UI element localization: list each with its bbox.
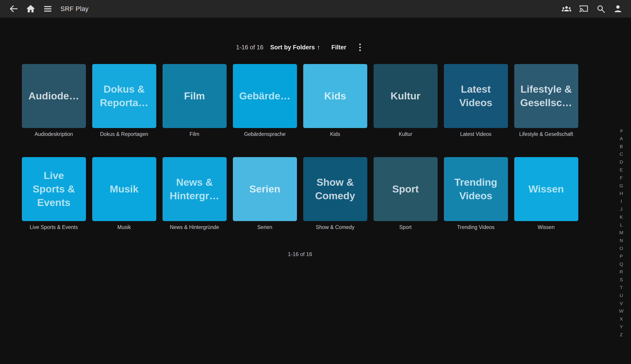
folder-name-label[interactable]: Kids	[303, 131, 367, 137]
search-button[interactable]	[596, 4, 606, 14]
home-icon	[26, 4, 36, 14]
sort-button[interactable]: Sort by Folders ↑	[270, 44, 320, 51]
folder-tile-trending-videos[interactable]: Trending Videos	[444, 157, 508, 221]
groups-icon	[562, 4, 572, 14]
back-button[interactable]	[8, 4, 18, 14]
alpha-letter-z[interactable]: Z	[620, 331, 623, 339]
alpha-letter-t[interactable]: T	[620, 284, 623, 292]
library-folder-serien: SerienSerien	[233, 157, 297, 230]
library-folder-film: FilmFilm	[162, 64, 226, 137]
filter-button[interactable]: Filter	[332, 44, 346, 51]
folder-name-label[interactable]: Trending Videos	[444, 224, 508, 230]
folder-name-label[interactable]: Serien	[233, 224, 297, 230]
user-icon	[613, 4, 623, 14]
alpha-letter-s[interactable]: S	[620, 276, 623, 284]
alpha-letter-e[interactable]: E	[620, 166, 623, 174]
alpha-letter-d[interactable]: D	[620, 158, 623, 166]
sort-button-label: Sort by Folders	[270, 44, 315, 51]
folder-tile-title: Trending Videos	[452, 176, 500, 202]
alpha-letter-g[interactable]: G	[620, 182, 623, 190]
folder-tile-news-hintergruende[interactable]: News & Hintergr…	[162, 157, 226, 221]
library-folder-show-comedy: Show & ComedyShow & Comedy	[303, 157, 367, 230]
alpha-letter-x[interactable]: X	[620, 315, 623, 323]
folder-name-label[interactable]: Musik	[92, 224, 156, 230]
folder-tile-dokus-reportagen[interactable]: Dokus & Reporta…	[92, 64, 156, 128]
folder-tile-latest-videos[interactable]: Latest Videos	[444, 64, 508, 128]
menu-button[interactable]	[43, 4, 53, 14]
library-folder-gebaerdensprache: Gebärde…Gebärdensprache	[233, 64, 297, 137]
folder-tile-title: Latest Videos	[457, 82, 494, 110]
alpha-letter-r[interactable]: R	[620, 268, 623, 276]
alpha-letter-n[interactable]: N	[620, 237, 623, 244]
alpha-letter-hash[interactable]: #	[620, 127, 623, 135]
home-button[interactable]	[26, 4, 36, 14]
folder-name-label[interactable]: Wissen	[514, 224, 578, 230]
alpha-picker: #ABCDEFGHIJKLMNOPQRSTUVWXYZ	[618, 127, 625, 339]
folder-tile-title: Gebärde…	[237, 89, 293, 103]
alpha-letter-f[interactable]: F	[620, 174, 623, 182]
folder-name-label[interactable]: Show & Comedy	[303, 224, 367, 230]
folder-tile-gebaerdensprache[interactable]: Gebärde…	[233, 64, 297, 128]
library-folder-latest-videos: Latest VideosLatest Videos	[444, 64, 508, 137]
folder-grid: Audiode…AudiodeskriptionDokus & Reporta……	[22, 64, 578, 230]
folder-name-label[interactable]: Audiodeskription	[22, 131, 86, 137]
folder-name-label[interactable]: Latest Videos	[444, 131, 508, 137]
folder-tile-sport[interactable]: Sport	[374, 157, 438, 221]
folder-tile-title: Musik	[108, 182, 141, 196]
folder-tile-lifestyle-gesellschaft[interactable]: Lifestyle & Gesellsc…	[514, 64, 578, 128]
folder-tile-title: Wissen	[526, 182, 566, 196]
folder-name-label[interactable]: Sport	[374, 224, 438, 230]
folder-tile-title: Sport	[390, 182, 421, 196]
folder-name-label[interactable]: Film	[162, 131, 226, 137]
alpha-letter-j[interactable]: J	[620, 205, 623, 213]
cast-button[interactable]	[579, 4, 588, 14]
folder-name-label[interactable]: Gebärdensprache	[233, 131, 297, 137]
library-folder-news-hintergruende: News & Hintergr…News & Hintergründe	[162, 157, 226, 230]
folder-tile-kids[interactable]: Kids	[303, 64, 367, 128]
folder-tile-title: News & Hintergr…	[167, 176, 222, 202]
alpha-letter-w[interactable]: W	[619, 307, 624, 315]
alpha-letter-y[interactable]: Y	[620, 323, 623, 331]
page-title: SRF Play	[60, 5, 88, 12]
alpha-letter-u[interactable]: U	[620, 292, 623, 300]
library-folder-audiodeskription: Audiode…Audiodeskription	[22, 64, 86, 137]
folder-tile-title: Kultur	[388, 89, 422, 103]
alpha-letter-o[interactable]: O	[620, 244, 623, 252]
alpha-letter-c[interactable]: C	[620, 150, 623, 158]
vertical-ellipsis-icon	[359, 43, 361, 52]
library-folder-lifestyle-gesellschaft: Lifestyle & Gesellsc…Lifestyle & Gesells…	[514, 64, 578, 137]
folder-tile-kultur[interactable]: Kultur	[374, 64, 438, 128]
alpha-letter-i[interactable]: I	[621, 198, 622, 205]
syncplay-button[interactable]	[562, 4, 572, 14]
folder-tile-serien[interactable]: Serien	[233, 157, 297, 221]
hamburger-menu-icon	[43, 4, 52, 13]
folder-tile-title: Serien	[247, 182, 283, 196]
results-count-top: 1-16 of 16	[236, 44, 264, 51]
folder-name-label[interactable]: News & Hintergründe	[162, 224, 226, 230]
alpha-letter-v[interactable]: V	[620, 300, 623, 308]
alpha-letter-k[interactable]: K	[620, 213, 623, 221]
library-toolbar: 1-16 of 16 Sort by Folders ↑ Filter	[0, 43, 600, 52]
alpha-letter-b[interactable]: B	[620, 143, 623, 150]
alpha-letter-h[interactable]: H	[620, 190, 623, 198]
folder-tile-live-sports-events[interactable]: Live Sports & Events	[22, 157, 86, 221]
folder-name-label[interactable]: Kultur	[374, 131, 438, 137]
folder-tile-audiodeskription[interactable]: Audiode…	[22, 64, 86, 128]
folder-name-label[interactable]: Live Sports & Events	[22, 224, 86, 230]
folder-tile-film[interactable]: Film	[162, 64, 226, 128]
user-button[interactable]	[613, 4, 623, 14]
folder-name-label[interactable]: Dokus & Reportagen	[92, 131, 156, 137]
alpha-letter-p[interactable]: P	[620, 252, 623, 260]
back-arrow-icon	[9, 4, 18, 13]
more-options-button[interactable]	[356, 43, 364, 52]
folder-tile-musik[interactable]: Musik	[92, 157, 156, 221]
library-folder-musik: MusikMusik	[92, 157, 156, 230]
alpha-letter-a[interactable]: A	[620, 135, 623, 143]
folder-name-label[interactable]: Lifestyle & Gesellschaft	[514, 131, 578, 137]
alpha-letter-q[interactable]: Q	[620, 260, 623, 268]
folder-tile-show-comedy[interactable]: Show & Comedy	[303, 157, 367, 221]
library-folder-trending-videos: Trending VideosTrending Videos	[444, 157, 508, 230]
alpha-letter-l[interactable]: L	[620, 221, 623, 229]
alpha-letter-m[interactable]: M	[619, 229, 623, 237]
folder-tile-wissen[interactable]: Wissen	[514, 157, 578, 221]
